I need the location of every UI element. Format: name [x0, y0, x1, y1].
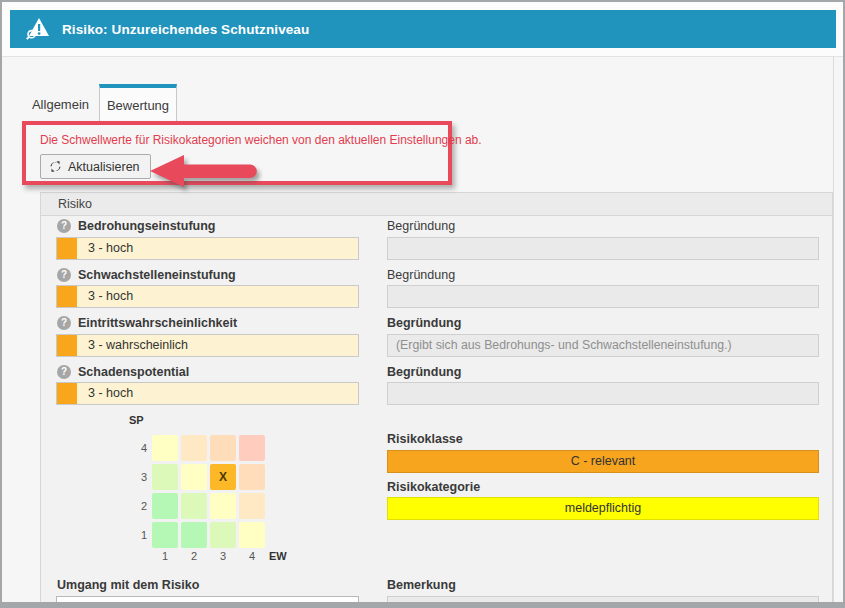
reason-label: Begründung: [387, 365, 461, 379]
risk-class-value: C - relevant: [387, 450, 819, 473]
reason-label: Begründung: [387, 268, 455, 282]
field-label-eintrittswahrscheinlichkeit: Eintrittswahrscheinlichkeit: [78, 316, 237, 330]
matrix-row-label: 4: [125, 435, 147, 461]
rating-field-schadenspotential[interactable]: 3 - hoch: [56, 382, 359, 405]
matrix-cell-selected[interactable]: X: [210, 464, 236, 490]
matrix-cell[interactable]: [181, 464, 207, 490]
reason-field[interactable]: [387, 382, 819, 405]
matrix-cell[interactable]: [152, 464, 178, 490]
rating-field-schwachstelle[interactable]: 3 - hoch: [56, 285, 359, 308]
field-label-schwachstelle: Schwachstelleneinstufung: [78, 268, 236, 282]
rating-color-chip: [57, 383, 77, 404]
matrix-row-label: 2: [125, 493, 147, 519]
tab-bewertung[interactable]: Bewertung: [99, 84, 177, 123]
matrix-col-label: 2: [181, 550, 207, 562]
matrix-cell[interactable]: [239, 493, 265, 519]
matrix-cell[interactable]: [181, 522, 207, 548]
page-title: Risiko: Unzureichendes Schutzniveau: [62, 22, 309, 37]
update-button-label: Aktualisieren: [68, 160, 140, 174]
rating-value: 3 - wahrscheinlich: [88, 335, 188, 356]
matrix-cell[interactable]: [239, 464, 265, 490]
rating-field-eintrittswahrscheinlichkeit[interactable]: 3 - wahrscheinlich: [56, 334, 359, 357]
matrix-cell[interactable]: [152, 493, 178, 519]
rating-value: 3 - hoch: [88, 383, 133, 404]
matrix-cell[interactable]: [239, 435, 265, 461]
field-label-schadenspotential: Schadenspotential: [78, 365, 189, 379]
rating-field-bedrohung[interactable]: 3 - hoch: [56, 237, 359, 260]
refresh-icon: [49, 160, 62, 173]
risk-matrix: SP EW 43X211234: [125, 410, 305, 575]
matrix-cell[interactable]: [152, 435, 178, 461]
matrix-cell[interactable]: [181, 493, 207, 519]
risk-category-value: meldepflichtig: [387, 497, 819, 520]
matrix-y-axis-label: SP: [129, 414, 144, 426]
matrix-col-label: 1: [152, 550, 178, 562]
reason-value: (Ergibt sich aus Bedrohungs- und Schwach…: [388, 335, 818, 356]
matrix-cell[interactable]: [152, 522, 178, 548]
field-label-bedrohung: Bedrohungseinstufung: [78, 219, 216, 233]
reason-label: Begründung: [387, 316, 461, 330]
matrix-cell[interactable]: [210, 522, 236, 548]
reason-field[interactable]: [387, 285, 819, 308]
treatment-value: behandeln: [57, 597, 358, 608]
remark-label: Bemerkung: [387, 578, 456, 592]
help-icon[interactable]: ?: [57, 316, 71, 330]
treatment-label: Umgang mit dem Risiko: [57, 578, 199, 592]
update-button[interactable]: Aktualisieren: [40, 154, 151, 179]
risk-warning-icon: [24, 15, 52, 43]
help-icon[interactable]: ?: [57, 268, 71, 282]
matrix-x-axis-label: EW: [269, 550, 287, 562]
risk-class-label: Risikoklasse: [387, 432, 463, 446]
rating-color-chip: [57, 286, 77, 307]
matrix-col-label: 4: [239, 550, 265, 562]
rating-value: 3 - hoch: [88, 238, 133, 259]
matrix-cell[interactable]: [239, 522, 265, 548]
matrix-row-label: 3: [125, 464, 147, 490]
rating-color-chip: [57, 335, 77, 356]
risk-category-label: Risikokategorie: [387, 480, 480, 494]
matrix-col-label: 3: [210, 550, 236, 562]
reason-label: Begründung: [387, 219, 455, 233]
reason-field[interactable]: (Ergibt sich aus Bedrohungs- und Schwach…: [387, 334, 819, 357]
remark-field[interactable]: [387, 596, 819, 608]
matrix-row-label: 1: [125, 522, 147, 548]
matrix-cell[interactable]: [210, 435, 236, 461]
matrix-cell[interactable]: [210, 493, 236, 519]
help-icon[interactable]: ?: [57, 365, 71, 379]
app-window: Risiko: Unzureichendes Schutzniveau Allg…: [0, 0, 845, 608]
help-icon[interactable]: ?: [57, 219, 71, 233]
vertical-scrollbar[interactable]: [833, 57, 834, 602]
annotation-arrow: [148, 150, 263, 192]
rating-color-chip: [57, 238, 77, 259]
tab-allgemein[interactable]: Allgemein: [22, 88, 99, 122]
title-bar: Risiko: Unzureichendes Schutzniveau: [10, 10, 836, 48]
matrix-cell[interactable]: [181, 435, 207, 461]
treatment-select[interactable]: behandeln: [56, 596, 359, 608]
risk-section-header: Risiko: [40, 192, 833, 216]
reason-field[interactable]: [387, 237, 819, 260]
rating-value: 3 - hoch: [88, 286, 133, 307]
threshold-warning-text: Die Schwellwerte für Risikokategorien we…: [40, 133, 482, 147]
